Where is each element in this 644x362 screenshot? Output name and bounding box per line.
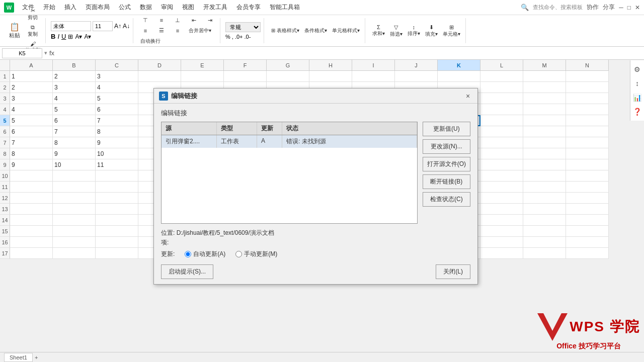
cell-A1[interactable]: 1 xyxy=(10,71,53,82)
cell-N8[interactable] xyxy=(566,148,609,159)
cooperate-btn[interactable]: 协作 xyxy=(587,3,599,12)
maximize-icon[interactable]: □ xyxy=(627,4,631,11)
menu-data[interactable]: 数据 xyxy=(136,2,156,13)
cell-M2[interactable] xyxy=(523,82,566,93)
cell-N11[interactable] xyxy=(566,182,609,193)
cell-C6[interactable]: 8 xyxy=(96,126,138,137)
cell-A5[interactable]: 5 xyxy=(10,115,53,126)
font-name-input[interactable] xyxy=(51,21,91,31)
cell-reference-input[interactable] xyxy=(2,48,42,58)
right-panel-icon-4[interactable]: ❓ xyxy=(632,107,642,117)
cell-C1[interactable]: 3 xyxy=(96,71,138,82)
row-header-13[interactable]: 13 xyxy=(0,204,10,215)
cell-style-button[interactable]: 单元格样式▾ xyxy=(330,26,362,35)
auto-update-radio[interactable] xyxy=(185,251,191,257)
menu-layout[interactable]: 页面布局 xyxy=(82,2,114,13)
cell-A7[interactable]: 7 xyxy=(10,137,53,148)
edit-links-dialog[interactable]: S 编辑链接 × 编辑链接 源 类型 更新 状态 引用弹窗2.... xyxy=(153,88,478,285)
cell-N9[interactable] xyxy=(566,159,609,170)
font-decrease-icon[interactable]: A↓ xyxy=(123,23,130,30)
row-header-12[interactable]: 12 xyxy=(0,193,10,204)
row-header-11[interactable]: 11 xyxy=(0,182,10,193)
cell-L10[interactable] xyxy=(480,170,523,182)
menu-formula[interactable]: 公式 xyxy=(115,2,135,13)
row-header-4[interactable]: 4 xyxy=(0,104,10,115)
cell-A17[interactable] xyxy=(10,248,53,259)
col-header-g[interactable]: G xyxy=(267,60,309,71)
cell-C14[interactable] xyxy=(96,215,138,226)
cell-M1[interactable] xyxy=(523,71,566,82)
cell-A4[interactable]: 4 xyxy=(10,104,53,115)
cell-F1[interactable] xyxy=(224,71,267,82)
cell-L3[interactable] xyxy=(480,93,523,104)
row-header-3[interactable]: 3 xyxy=(0,93,10,104)
cell-N5[interactable] xyxy=(566,115,609,126)
startup-hint-button[interactable]: 启动提示(S)... xyxy=(161,264,213,279)
cell-L15[interactable] xyxy=(480,226,523,237)
cell-C2[interactable]: 4 xyxy=(96,82,138,93)
decrease-decimal-button[interactable]: .0- xyxy=(244,34,251,40)
cell-L12[interactable] xyxy=(480,193,523,204)
row-header-17[interactable]: 17 xyxy=(0,248,10,259)
menu-smart[interactable]: 智能工具箱 xyxy=(266,2,304,13)
table-row[interactable]: 引用弹窗2.... 工作表 A 错误: 未找到源 xyxy=(162,135,417,148)
cell-button[interactable]: ⊞单元格▾ xyxy=(441,23,462,39)
cell-L17[interactable] xyxy=(480,248,523,259)
cell-M10[interactable] xyxy=(523,170,566,182)
align-top-button[interactable]: ⊤ xyxy=(138,16,152,25)
cell-E1[interactable] xyxy=(181,71,224,82)
cell-H1[interactable] xyxy=(309,71,352,82)
italic-button[interactable]: I xyxy=(57,33,59,40)
minimize-icon[interactable]: ─ xyxy=(619,4,623,11)
cell-B14[interactable] xyxy=(53,215,96,226)
cell-M13[interactable] xyxy=(523,204,566,215)
cell-G1[interactable] xyxy=(267,71,309,82)
row-header-10[interactable]: 10 xyxy=(0,170,10,182)
col-header-m[interactable]: M xyxy=(523,60,566,71)
cell-A3[interactable]: 3 xyxy=(10,93,53,104)
cell-C4[interactable]: 6 xyxy=(96,104,138,115)
cell-A2[interactable]: 2 xyxy=(10,82,53,93)
cell-C10[interactable] xyxy=(96,170,138,182)
change-source-button[interactable]: 更改源(N)... xyxy=(423,139,470,154)
fill-color-button[interactable]: A▾ xyxy=(75,33,82,40)
cell-A16[interactable] xyxy=(10,237,53,248)
row-header-5[interactable]: 5 xyxy=(0,115,10,126)
row-header-14[interactable]: 14 xyxy=(0,215,10,226)
menu-member[interactable]: 会员专享 xyxy=(232,2,265,13)
percent-button[interactable]: % xyxy=(225,34,230,40)
cell-B12[interactable] xyxy=(53,193,96,204)
cell-C11[interactable] xyxy=(96,182,138,193)
cell-N12[interactable] xyxy=(566,193,609,204)
menu-review[interactable]: 审阅 xyxy=(157,2,177,13)
cell-B15[interactable] xyxy=(53,226,96,237)
cell-M14[interactable] xyxy=(523,215,566,226)
font-size-input[interactable] xyxy=(93,21,113,31)
align-bottom-button[interactable]: ⊥ xyxy=(171,16,185,25)
update-value-button[interactable]: 更新值(U) xyxy=(423,122,470,136)
increase-decimal-button[interactable]: .0+ xyxy=(235,34,243,40)
cell-B3[interactable]: 4 xyxy=(53,93,96,104)
conditional-format-button[interactable]: 条件格式▾ xyxy=(302,26,329,35)
dropdown-arrow-icon[interactable]: ▾ xyxy=(44,50,47,56)
cell-C8[interactable]: 10 xyxy=(96,148,138,159)
cell-M11[interactable] xyxy=(523,182,566,193)
cell-N1[interactable] xyxy=(566,71,609,82)
cell-C3[interactable]: 5 xyxy=(96,93,138,104)
cell-B6[interactable]: 7 xyxy=(53,126,96,137)
cell-M17[interactable] xyxy=(523,248,566,259)
share-btn[interactable]: 分享 xyxy=(603,3,615,12)
sheet-tab[interactable]: Sheet1 xyxy=(4,353,33,362)
check-status-button[interactable]: 检查状态(C) xyxy=(423,192,470,207)
cell-L14[interactable] xyxy=(480,215,523,226)
copy-button[interactable]: ⧉复制 xyxy=(23,23,42,39)
col-header-i[interactable]: I xyxy=(352,60,395,71)
filter-button[interactable]: ▽筛选▾ xyxy=(388,23,405,39)
cell-M7[interactable] xyxy=(523,137,566,148)
menu-start[interactable]: 开始 xyxy=(39,2,59,13)
cell-C12[interactable] xyxy=(96,193,138,204)
cell-L6[interactable] xyxy=(480,126,523,137)
auto-update-option[interactable]: 自动更新(A) xyxy=(185,250,225,258)
row-header-15[interactable]: 15 xyxy=(0,226,10,237)
cell-I1[interactable] xyxy=(352,71,395,82)
